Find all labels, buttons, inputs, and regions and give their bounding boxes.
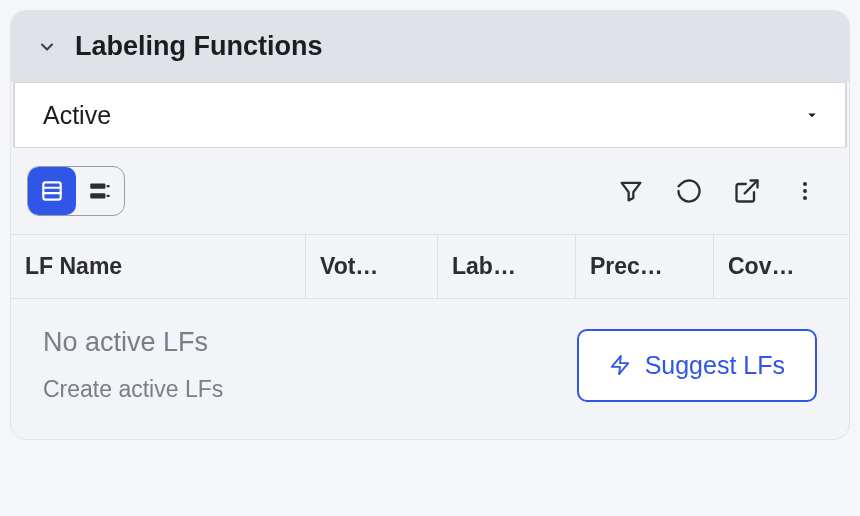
toolbar: [11, 148, 849, 234]
refresh-button[interactable]: [665, 167, 713, 215]
empty-state-subtitle: Create active LFs: [43, 376, 223, 403]
labeling-functions-panel: Labeling Functions Active: [10, 10, 850, 440]
col-precision[interactable]: Prec…: [575, 235, 713, 298]
lightning-icon: [609, 352, 631, 378]
svg-rect-5: [90, 193, 105, 198]
svg-line-7: [745, 181, 758, 194]
table-header-row: LF Name Vot… Lab… Prec… Cov…: [11, 234, 849, 299]
refresh-icon: [675, 177, 703, 205]
svg-point-10: [803, 196, 807, 200]
open-external-button[interactable]: [723, 167, 771, 215]
svg-marker-11: [611, 356, 628, 374]
svg-point-9: [803, 189, 807, 193]
svg-rect-6: [107, 195, 110, 197]
col-labels[interactable]: Lab…: [437, 235, 575, 298]
svg-point-8: [803, 182, 807, 186]
external-link-icon: [733, 177, 761, 205]
col-voters[interactable]: Vot…: [305, 235, 437, 298]
empty-state: No active LFs Create active LFs Suggest …: [11, 299, 849, 439]
suggest-lfs-button[interactable]: Suggest LFs: [577, 329, 817, 402]
suggest-lfs-label: Suggest LFs: [645, 351, 785, 380]
more-menu-button[interactable]: [781, 167, 829, 215]
chevron-down-icon: [37, 37, 57, 57]
svg-rect-4: [107, 185, 110, 187]
kebab-icon: [793, 179, 817, 203]
caret-down-icon: [803, 106, 821, 124]
list-view-toggle[interactable]: [28, 167, 76, 215]
svg-rect-0: [43, 182, 60, 199]
filter-icon: [617, 177, 645, 205]
panel-title: Labeling Functions: [75, 31, 323, 62]
card-view-toggle[interactable]: [76, 167, 124, 215]
status-filter-dropdown[interactable]: Active: [13, 82, 847, 148]
view-mode-toggle: [27, 166, 125, 216]
svg-rect-3: [90, 183, 105, 188]
dropdown-selected-label: Active: [43, 101, 111, 130]
filter-button[interactable]: [607, 167, 655, 215]
empty-state-title: No active LFs: [43, 327, 223, 358]
col-coverage[interactable]: Cov…: [713, 235, 849, 298]
col-lf-name[interactable]: LF Name: [11, 235, 305, 298]
panel-header[interactable]: Labeling Functions: [11, 11, 849, 82]
